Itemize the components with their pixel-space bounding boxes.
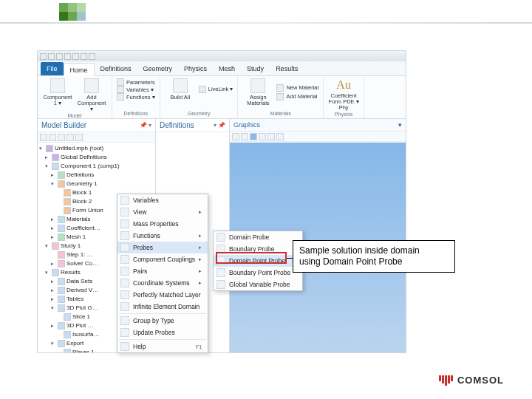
comsol-logo: COMSOL [439,375,504,386]
menu-item-icon [120,255,129,264]
menu-item-icon [120,316,129,325]
quick-access-toolbar [38,51,406,61]
submenu-item[interactable]: Boundary Point Probe [214,267,302,279]
menu-item[interactable]: Probes▸ [117,242,208,253]
gfx-tool[interactable] [267,133,275,140]
ribbon-tabstrip: File Home Definitions Geometry Physics M… [38,61,406,76]
callout-line2: using Domain Point Probe [299,256,449,267]
livelink-button[interactable]: LiveLink ▾ [199,86,233,93]
add-component-icon [84,78,99,93]
qat-icon[interactable] [64,53,71,60]
submenu-item[interactable]: Global Variable Probe [214,279,302,290]
context-menu[interactable]: VariablesView▸Mass PropertiesFunctions▸P… [117,194,208,353]
menu-item-icon [120,342,129,351]
menu-item[interactable]: Infinite Element Domain [117,301,208,313]
pin-icon[interactable]: ▾ 📌 [214,122,225,129]
submenu-item[interactable]: Domain Probe [214,231,302,243]
menu-item[interactable]: Component Couplings▸ [117,253,208,265]
menu-item-icon [120,267,129,276]
ribbon-group-caption: Definitions [117,111,155,116]
menu-item[interactable]: Coordinate Systems▸ [117,277,208,289]
mb-tool[interactable] [75,134,83,141]
qat-icon[interactable] [81,53,87,60]
pin-icon[interactable]: 📌 ▾ [140,122,151,129]
tab-results[interactable]: Results [270,62,304,75]
tree-node[interactable]: ▸Global Definitions [39,153,154,162]
ribbon-group-caption: Model [42,113,107,118]
logo-text: COMSOL [457,375,504,386]
tab-physics[interactable]: Physics [178,62,213,75]
graphics-title: Graphics [233,121,260,129]
tree-node[interactable]: ▸Definitions [39,171,154,180]
model-builder-title: Model Builder [41,121,86,129]
menu-item[interactable]: Pairs▸ [117,265,208,277]
au-icon: Au [336,78,351,92]
add-material-button[interactable]: Add Material [276,93,318,100]
menu-item[interactable]: Perfectly Matched Layer [117,289,208,301]
mb-tool[interactable] [49,134,56,141]
qat-icon[interactable] [56,53,63,60]
gfx-tool[interactable] [276,133,284,140]
ribbon-group-caption: Materials [242,111,318,116]
mb-tool[interactable] [40,134,47,141]
gfx-tool[interactable] [241,133,248,140]
menu-item[interactable]: Mass Properties [117,218,208,230]
component-icon [50,78,65,93]
graphics-toolbar [230,132,406,142]
gfx-tool[interactable] [232,133,239,140]
mb-tool[interactable] [58,134,65,141]
menu-item-icon [120,243,129,252]
tab-geometry[interactable]: Geometry [137,62,179,75]
menu-item[interactable]: Update Probes [117,327,208,338]
file-tab[interactable]: File [41,62,64,75]
functions-button[interactable]: Functions ▾ [117,93,155,100]
variables-button[interactable]: Variables ▾ [117,86,155,93]
menu-item[interactable]: View▸ [117,206,208,218]
menu-item-icon [120,231,129,240]
tab-study[interactable]: Study [241,62,270,75]
comsol-window: File Home Definitions Geometry Physics M… [37,50,406,353]
assign-materials-button[interactable]: Assign Materials [242,78,273,106]
callout-connector [287,258,293,259]
header-art [59,3,86,21]
build-all-button[interactable]: Build All [165,78,196,100]
qat-icon[interactable] [48,53,55,60]
gfx-tool[interactable] [250,133,257,140]
menu-item[interactable]: HelpF1 [117,341,208,352]
ribbon-group-caption: Geometry [165,111,233,116]
tree-node[interactable]: ▾Component 1 (comp1) [39,162,154,171]
gfx-tool[interactable] [259,133,266,140]
parameters-button[interactable]: Parameters [117,78,155,86]
menu-item-icon [120,219,129,228]
menu-item[interactable]: Variables [117,194,208,206]
add-component-button[interactable]: Add Component ▾ [76,78,107,112]
tab-home[interactable]: Home [64,63,95,76]
highlight-domain-point-probe [216,252,287,264]
callout-box: Sample solution inside domain using Doma… [293,240,455,273]
qat-icon[interactable] [72,53,79,60]
menu-item[interactable]: Functions▸ [117,230,208,242]
menu-item-icon [120,279,129,287]
menu-item[interactable]: Group by Type [117,315,208,327]
new-material-button[interactable]: New Material [276,84,318,92]
menu-item-icon [120,208,129,216]
tab-mesh[interactable]: Mesh [213,62,241,75]
menu-item-icon [216,268,225,277]
component-button[interactable]: Component 1 ▾ [42,78,73,112]
tree-root[interactable]: ▾Untitled.mph (root) [39,144,154,153]
menu-item-icon [120,302,129,311]
tree-node[interactable]: ▾Geometry 1 [39,180,154,188]
slide-header [0,0,532,28]
physics-button[interactable]: Au Coefficient Form PDE ▾ Phy [328,78,359,111]
qat-icon[interactable] [89,53,95,60]
qat-icon[interactable] [40,53,47,60]
tab-definitions[interactable]: Definitions [95,62,137,75]
menu-item-icon [120,328,129,337]
ribbon: Component 1 ▾ Add Component ▾ Model Para… [38,76,406,119]
model-builder-toolbar [38,132,155,143]
mb-tool[interactable] [66,134,74,141]
build-icon [173,78,188,93]
callout-line1: Sample solution inside domain [299,245,449,256]
materials-icon [250,78,265,93]
definitions-title: Definitions [160,121,194,129]
